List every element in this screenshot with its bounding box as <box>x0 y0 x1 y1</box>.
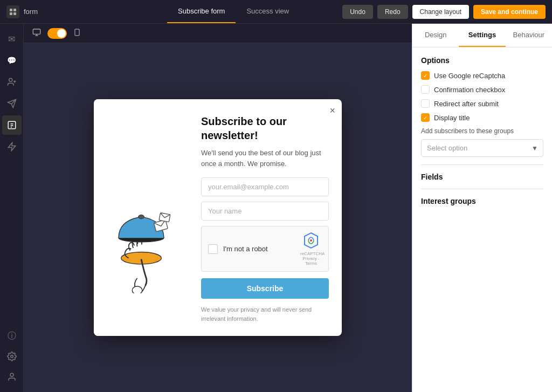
tab-success-view[interactable]: Success view <box>236 0 300 23</box>
right-panel: Design Settings Behaviour Options Use Go… <box>412 24 552 392</box>
modal-card: × Subscribe to our newsletter! We'll sen… <box>94 99 342 336</box>
sidebar-icon-email[interactable]: ✉ <box>2 29 22 49</box>
redirect-row: Redirect after submit <box>421 99 543 108</box>
undo-button[interactable]: Undo <box>342 5 373 19</box>
svg-point-25 <box>310 239 312 242</box>
topbar: form Subscribe form Success view Undo Re… <box>0 0 552 24</box>
sidebar-icon-user[interactable] <box>2 367 22 387</box>
interest-section: Interest groups <box>421 197 543 205</box>
fields-section: Fields <box>421 173 543 181</box>
svg-point-21 <box>138 215 144 218</box>
modal-illustration <box>94 99 188 336</box>
canvas-area: × Subscribe to our newsletter! We'll sen… <box>24 24 412 392</box>
mobile-device-button[interactable] <box>71 27 83 39</box>
svg-rect-17 <box>75 29 79 36</box>
confirmation-row: Confirmation checkbox <box>421 85 543 94</box>
redirect-label: Redirect after submit <box>434 100 499 108</box>
sidebar-icon-chat[interactable]: 💬 <box>2 51 22 70</box>
topbar-title: form <box>24 8 38 16</box>
group-select[interactable]: Select option <box>421 139 543 157</box>
tab-behaviour[interactable]: Behaviour <box>506 24 552 47</box>
sidebar-icon-forms[interactable] <box>2 115 22 135</box>
recaptcha-brand: reCAPTCHAPrivacy - Terms <box>300 251 322 266</box>
modal-title: Subscribe to our newsletter! <box>201 114 329 142</box>
tab-subscribe-form[interactable]: Subscribe form <box>167 0 236 23</box>
redo-button[interactable]: Redo <box>377 5 408 19</box>
divider-1 <box>421 164 543 165</box>
canvas-content: × Subscribe to our newsletter! We'll sen… <box>24 43 412 392</box>
panel-content: Options Use Google reCaptcha Confirmatio… <box>412 47 552 392</box>
tab-design[interactable]: Design <box>412 24 459 47</box>
change-layout-button[interactable]: Change layout <box>412 5 469 19</box>
sidebar-icon-plugin[interactable] <box>2 137 22 156</box>
svg-point-24 <box>132 286 142 293</box>
left-sidebar: ✉ 💬 ⓘ <box>0 24 24 392</box>
sidebar-icon-send[interactable] <box>2 94 22 113</box>
tab-settings[interactable]: Settings <box>459 24 505 47</box>
recaptcha-logo: reCAPTCHAPrivacy - Terms <box>300 232 322 266</box>
svg-point-4 <box>9 78 12 81</box>
canvas-toolbar <box>24 24 412 43</box>
display-title-checkbox[interactable] <box>421 113 430 122</box>
toggle-switch[interactable] <box>47 28 67 39</box>
recaptcha-row: Use Google reCaptcha <box>421 71 543 80</box>
svg-marker-11 <box>8 143 16 151</box>
svg-point-13 <box>10 373 13 376</box>
app-logo <box>6 5 19 18</box>
add-subscribers-label: Add subscribers to these groups <box>421 127 543 135</box>
display-title-label: Display title <box>434 114 470 122</box>
captcha-checkbox[interactable] <box>208 244 218 254</box>
fields-title: Fields <box>421 173 543 181</box>
topbar-tabs: Subscribe form Success view <box>167 0 336 23</box>
svg-rect-14 <box>33 29 40 34</box>
divider-2 <box>421 189 543 189</box>
name-input[interactable] <box>201 202 329 221</box>
recaptcha-label: Use Google reCaptcha <box>434 72 505 80</box>
confirmation-label: Confirmation checkbox <box>434 86 505 94</box>
captcha-widget: I'm not a robot reCAPTCHAPrivacy - Terms <box>201 226 329 272</box>
svg-rect-2 <box>10 12 12 15</box>
main-layout: ✉ 💬 ⓘ <box>0 24 552 392</box>
sidebar-icon-info[interactable]: ⓘ <box>2 326 22 346</box>
modal-close-button[interactable]: × <box>329 106 335 115</box>
group-select-wrapper: Select option ▼ <box>421 139 543 157</box>
svg-point-12 <box>10 355 13 358</box>
sidebar-icon-contacts[interactable] <box>2 72 22 92</box>
svg-rect-3 <box>13 12 16 15</box>
privacy-text: We value your privacy and will never sen… <box>201 305 329 323</box>
email-input[interactable] <box>201 177 329 196</box>
redirect-checkbox[interactable] <box>421 99 430 108</box>
panel-tabs: Design Settings Behaviour <box>412 24 552 47</box>
display-title-row: Display title <box>421 113 543 122</box>
subscribe-button[interactable]: Subscribe <box>201 278 329 299</box>
interest-groups-title: Interest groups <box>421 197 543 205</box>
desktop-device-button[interactable] <box>30 27 43 39</box>
topbar-left: form <box>0 5 167 18</box>
sidebar-icon-settings[interactable] <box>2 347 22 366</box>
captcha-label: I'm not a robot <box>223 245 295 253</box>
options-title: Options <box>421 56 543 65</box>
toggle-knob <box>57 29 66 38</box>
topbar-actions: Undo Redo Change layout Save and continu… <box>336 5 552 19</box>
svg-rect-1 <box>13 9 16 11</box>
modal-body: × Subscribe to our newsletter! We'll sen… <box>188 99 342 336</box>
confirmation-checkbox[interactable] <box>421 85 430 94</box>
sidebar-bottom: ⓘ <box>2 325 22 388</box>
save-continue-button[interactable]: Save and continue <box>473 5 546 19</box>
svg-rect-0 <box>10 9 12 11</box>
modal-subtitle: We'll send you the best of our blog just… <box>201 148 329 169</box>
recaptcha-checkbox[interactable] <box>421 71 430 80</box>
